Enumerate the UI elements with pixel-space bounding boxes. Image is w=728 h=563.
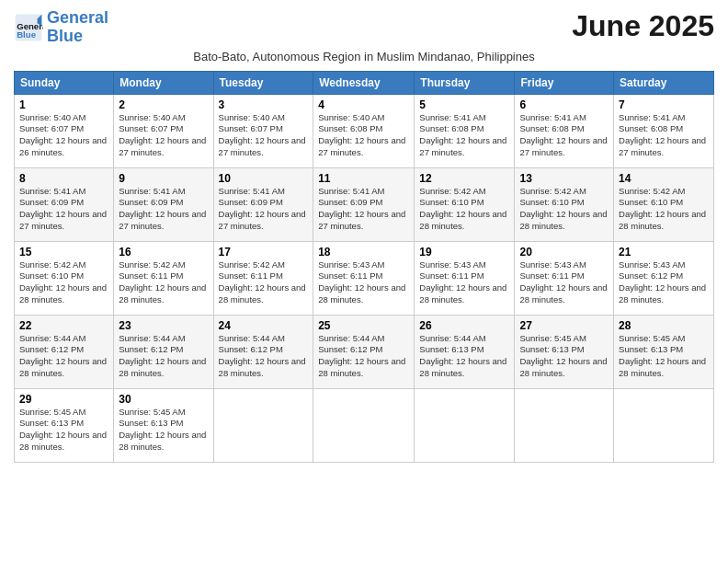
day-number: 18 <box>318 246 409 259</box>
table-row: 10 Sunrise: 5:41 AM Sunset: 6:09 PM Dayl… <box>213 167 313 241</box>
table-row: 23 Sunrise: 5:44 AM Sunset: 6:12 PM Dayl… <box>114 315 213 388</box>
month-title: June 2025 <box>572 9 714 43</box>
logo-general: General <box>47 8 108 27</box>
day-info: Sunrise: 5:43 AM Sunset: 6:12 PM Dayligh… <box>619 259 709 306</box>
day-number: 23 <box>119 319 208 332</box>
logo: General Blue General Blue <box>14 9 108 46</box>
calendar: Sunday Monday Tuesday Wednesday Thursday… <box>14 71 714 463</box>
table-row: 18 Sunrise: 5:43 AM Sunset: 6:11 PM Dayl… <box>313 241 415 315</box>
table-row <box>515 388 614 462</box>
table-row: 1 Sunrise: 5:40 AM Sunset: 6:07 PM Dayli… <box>15 94 114 167</box>
day-info: Sunrise: 5:40 AM Sunset: 6:07 PM Dayligh… <box>119 112 208 159</box>
day-info: Sunrise: 5:42 AM Sunset: 6:10 PM Dayligh… <box>519 186 609 233</box>
table-row: 9 Sunrise: 5:41 AM Sunset: 6:09 PM Dayli… <box>114 167 213 241</box>
calendar-header-row: Sunday Monday Tuesday Wednesday Thursday… <box>15 71 714 94</box>
day-number: 1 <box>19 98 108 111</box>
day-info: Sunrise: 5:44 AM Sunset: 6:13 PM Dayligh… <box>419 333 509 380</box>
table-row: 2 Sunrise: 5:40 AM Sunset: 6:07 PM Dayli… <box>114 94 213 167</box>
day-number: 20 <box>519 246 609 259</box>
col-friday: Friday <box>515 71 614 94</box>
table-row <box>614 388 714 462</box>
day-info: Sunrise: 5:42 AM Sunset: 6:11 PM Dayligh… <box>119 259 208 306</box>
day-info: Sunrise: 5:45 AM Sunset: 6:13 PM Dayligh… <box>119 407 208 454</box>
table-row: 20 Sunrise: 5:43 AM Sunset: 6:11 PM Dayl… <box>515 241 614 315</box>
table-row: 21 Sunrise: 5:43 AM Sunset: 6:12 PM Dayl… <box>614 241 714 315</box>
day-number: 22 <box>19 319 108 332</box>
header: General Blue General Blue June 2025 <box>14 9 714 46</box>
day-number: 2 <box>119 98 208 111</box>
table-row: 12 Sunrise: 5:42 AM Sunset: 6:10 PM Dayl… <box>415 167 515 241</box>
day-info: Sunrise: 5:45 AM Sunset: 6:13 PM Dayligh… <box>619 333 709 380</box>
day-number: 9 <box>119 172 208 185</box>
table-row: 26 Sunrise: 5:44 AM Sunset: 6:13 PM Dayl… <box>415 315 515 388</box>
table-row: 25 Sunrise: 5:44 AM Sunset: 6:12 PM Dayl… <box>313 315 415 388</box>
col-thursday: Thursday <box>415 71 515 94</box>
table-row: 13 Sunrise: 5:42 AM Sunset: 6:10 PM Dayl… <box>515 167 614 241</box>
day-number: 14 <box>619 172 709 185</box>
day-number: 10 <box>219 172 309 185</box>
table-row: 28 Sunrise: 5:45 AM Sunset: 6:13 PM Dayl… <box>614 315 714 388</box>
day-info: Sunrise: 5:42 AM Sunset: 6:10 PM Dayligh… <box>619 186 709 233</box>
table-row <box>313 388 415 462</box>
day-number: 11 <box>318 172 409 185</box>
table-row: 24 Sunrise: 5:44 AM Sunset: 6:12 PM Dayl… <box>213 315 313 388</box>
day-number: 19 <box>419 246 509 259</box>
table-row: 19 Sunrise: 5:43 AM Sunset: 6:11 PM Dayl… <box>415 241 515 315</box>
day-number: 13 <box>519 172 609 185</box>
page: General Blue General Blue June 2025 Bato… <box>0 0 728 563</box>
day-info: Sunrise: 5:40 AM Sunset: 6:08 PM Dayligh… <box>318 112 409 159</box>
table-row <box>415 388 515 462</box>
logo-text: General Blue <box>47 9 108 46</box>
day-number: 24 <box>219 319 309 332</box>
day-number: 28 <box>619 319 709 332</box>
table-row: 29 Sunrise: 5:45 AM Sunset: 6:13 PM Dayl… <box>15 388 114 462</box>
day-number: 4 <box>318 98 409 111</box>
day-number: 6 <box>519 98 609 111</box>
table-row: 27 Sunrise: 5:45 AM Sunset: 6:13 PM Dayl… <box>515 315 614 388</box>
table-row: 11 Sunrise: 5:41 AM Sunset: 6:09 PM Dayl… <box>313 167 415 241</box>
day-number: 8 <box>19 172 108 185</box>
day-number: 3 <box>219 98 309 111</box>
day-number: 7 <box>619 98 709 111</box>
day-number: 16 <box>119 246 208 259</box>
day-info: Sunrise: 5:41 AM Sunset: 6:08 PM Dayligh… <box>419 112 509 159</box>
day-info: Sunrise: 5:41 AM Sunset: 6:09 PM Dayligh… <box>318 186 409 233</box>
day-info: Sunrise: 5:44 AM Sunset: 6:12 PM Dayligh… <box>19 333 108 380</box>
day-info: Sunrise: 5:43 AM Sunset: 6:11 PM Dayligh… <box>318 259 409 306</box>
day-number: 25 <box>318 319 409 332</box>
table-row: 30 Sunrise: 5:45 AM Sunset: 6:13 PM Dayl… <box>114 388 213 462</box>
col-sunday: Sunday <box>15 71 114 94</box>
col-tuesday: Tuesday <box>213 71 313 94</box>
col-saturday: Saturday <box>614 71 714 94</box>
table-row: 15 Sunrise: 5:42 AM Sunset: 6:10 PM Dayl… <box>15 241 114 315</box>
day-number: 29 <box>19 393 108 406</box>
day-info: Sunrise: 5:42 AM Sunset: 6:10 PM Dayligh… <box>419 186 509 233</box>
day-number: 26 <box>419 319 509 332</box>
day-number: 15 <box>19 246 108 259</box>
day-info: Sunrise: 5:41 AM Sunset: 6:08 PM Dayligh… <box>619 112 709 159</box>
day-info: Sunrise: 5:43 AM Sunset: 6:11 PM Dayligh… <box>519 259 609 306</box>
day-number: 27 <box>519 319 609 332</box>
table-row: 3 Sunrise: 5:40 AM Sunset: 6:07 PM Dayli… <box>213 94 313 167</box>
day-info: Sunrise: 5:44 AM Sunset: 6:12 PM Dayligh… <box>119 333 208 380</box>
day-info: Sunrise: 5:41 AM Sunset: 6:09 PM Dayligh… <box>219 186 309 233</box>
table-row: 5 Sunrise: 5:41 AM Sunset: 6:08 PM Dayli… <box>415 94 515 167</box>
logo-blue: Blue <box>47 27 83 45</box>
day-number: 17 <box>219 246 309 259</box>
table-row <box>213 388 313 462</box>
table-row: 6 Sunrise: 5:41 AM Sunset: 6:08 PM Dayli… <box>515 94 614 167</box>
table-row: 17 Sunrise: 5:42 AM Sunset: 6:11 PM Dayl… <box>213 241 313 315</box>
day-info: Sunrise: 5:45 AM Sunset: 6:13 PM Dayligh… <box>519 333 609 380</box>
col-wednesday: Wednesday <box>313 71 415 94</box>
day-info: Sunrise: 5:40 AM Sunset: 6:07 PM Dayligh… <box>219 112 309 159</box>
day-info: Sunrise: 5:41 AM Sunset: 6:09 PM Dayligh… <box>119 186 208 233</box>
day-info: Sunrise: 5:42 AM Sunset: 6:11 PM Dayligh… <box>219 259 309 306</box>
svg-text:Blue: Blue <box>17 29 36 40</box>
table-row: 14 Sunrise: 5:42 AM Sunset: 6:10 PM Dayl… <box>614 167 714 241</box>
table-row: 4 Sunrise: 5:40 AM Sunset: 6:08 PM Dayli… <box>313 94 415 167</box>
day-number: 5 <box>419 98 509 111</box>
day-info: Sunrise: 5:43 AM Sunset: 6:11 PM Dayligh… <box>419 259 509 306</box>
col-monday: Monday <box>114 71 213 94</box>
table-row: 16 Sunrise: 5:42 AM Sunset: 6:11 PM Dayl… <box>114 241 213 315</box>
subtitle: Bato-Bato, Autonomous Region in Muslim M… <box>14 50 714 63</box>
